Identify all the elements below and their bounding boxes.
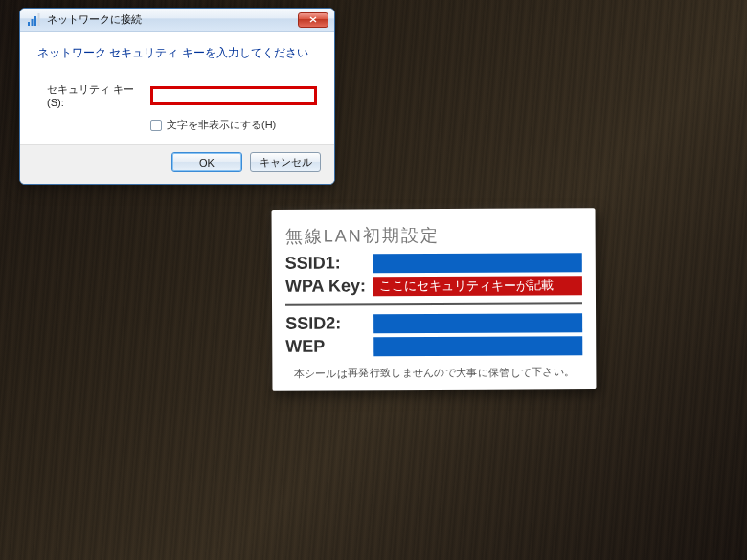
ssid2-redacted [374,313,582,333]
security-key-label: セキュリティ キー(S): [47,82,150,108]
wep-redacted [374,336,582,356]
ok-button[interactable]: OK [171,152,242,172]
sticker-divider [285,302,582,306]
dialog-body: ネットワーク セキュリティ キーを入力してください セキュリティ キー(S): … [20,32,334,144]
router-sticker: 無線LAN初期設定 SSID1: WPA Key: ここにセキュリティキーが記載… [272,208,597,391]
ssid2-label: SSID2: [285,313,374,333]
svg-rect-2 [34,16,36,26]
dialog-title: ネットワークに接続 [47,12,298,27]
security-key-input[interactable] [150,86,317,105]
hide-chars-checkbox[interactable] [150,120,162,131]
network-connect-dialog: ネットワークに接続 ネットワーク セキュリティ キーを入力してください セキュリ… [19,8,335,185]
wpa-label: WPA Key: [285,276,374,296]
dialog-button-row: OK キャンセル [20,144,334,184]
ssid2-row: SSID2: [285,312,582,334]
wep-label: WEP [285,336,374,356]
security-key-row: セキュリティ キー(S): [47,82,317,108]
close-button[interactable] [298,12,328,28]
ssid1-label: SSID1: [285,253,374,273]
instruction-text: ネットワーク セキュリティ キーを入力してください [37,45,317,61]
ssid1-row: SSID1: [285,252,582,274]
wpa-row: WPA Key: ここにセキュリティキーが記載 [285,275,582,297]
svg-rect-0 [28,22,30,26]
wpa-annotation: ここにセキュリティキーが記載 [374,276,582,296]
ssid1-redacted [374,253,582,273]
dialog-titlebar[interactable]: ネットワークに接続 [20,9,334,32]
cancel-button[interactable]: キャンセル [250,152,321,172]
svg-rect-1 [32,19,34,26]
sticker-heading: 無線LAN初期設定 [285,223,582,248]
hide-chars-row[interactable]: 文字を非表示にする(H) [150,118,317,132]
network-icon [26,12,41,28]
wep-row: WEP [285,335,582,357]
sticker-footer: 本シールは再発行致しませんので大事に保管して下さい。 [285,365,582,381]
close-icon [309,16,317,23]
hide-chars-label: 文字を非表示にする(H) [167,118,276,132]
svg-rect-3 [38,13,40,26]
